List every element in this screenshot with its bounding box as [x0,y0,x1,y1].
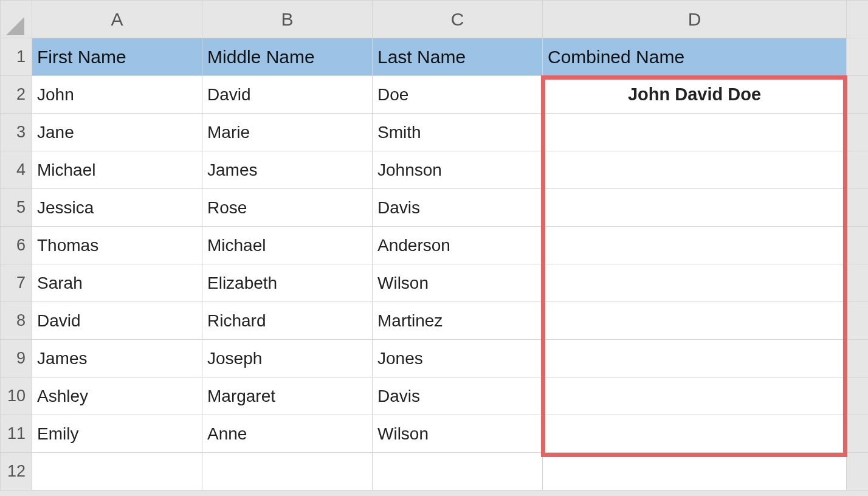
cell-extra-8 [847,302,869,340]
cell-A5[interactable]: Jessica [32,189,202,227]
cell-B2[interactable]: David [202,76,373,114]
spreadsheet[interactable]: A B C D 1 First Name Middle Name Last Na… [0,0,868,496]
cell-C4[interactable]: Johnson [373,151,543,189]
cell-D9[interactable] [543,340,847,377]
select-all-corner[interactable] [1,1,32,38]
header-row: 1 First Name Middle Name Last Name Combi… [1,38,869,76]
row-header-2[interactable]: 2 [1,76,32,114]
cell-B12[interactable] [202,453,373,491]
row-header-4[interactable]: 4 [1,151,32,189]
cell-D10[interactable] [543,377,847,415]
grid-table: A B C D 1 First Name Middle Name Last Na… [0,0,868,491]
cell-extra-2 [847,76,869,114]
table-row: 12 [1,453,869,491]
cell-A6[interactable]: Thomas [32,227,202,264]
cell-B11[interactable]: Anne [202,415,373,453]
table-row: 10 Ashley Margaret Davis [1,377,869,415]
cell-C6[interactable]: Anderson [373,227,543,264]
col-header-B[interactable]: B [202,1,373,38]
cell-extra-11 [847,415,869,453]
cell-A8[interactable]: David [32,302,202,340]
cell-B5[interactable]: Rose [202,189,373,227]
col-header-extra [847,1,869,38]
table-row: 8 David Richard Martinez [1,302,869,340]
cell-C3[interactable]: Smith [373,114,543,151]
cell-A12[interactable] [32,453,202,491]
cell-C10[interactable]: Davis [373,377,543,415]
col-header-A[interactable]: A [32,1,202,38]
table-row: 11 Emily Anne Wilson [1,415,869,453]
cell-C2[interactable]: Doe [373,76,543,114]
cell-A7[interactable]: Sarah [32,264,202,302]
cell-extra-9 [847,340,869,377]
cell-D8[interactable] [543,302,847,340]
row-header-3[interactable]: 3 [1,114,32,151]
cell-B7[interactable]: Elizabeth [202,264,373,302]
cell-B4[interactable]: James [202,151,373,189]
cell-D7[interactable] [543,264,847,302]
cell-extra-4 [847,151,869,189]
cell-D5[interactable] [543,189,847,227]
cell-C7[interactable]: Wilson [373,264,543,302]
cell-A11[interactable]: Emily [32,415,202,453]
cell-extra-12 [847,453,869,491]
cell-A3[interactable]: Jane [32,114,202,151]
cell-A10[interactable]: Ashley [32,377,202,415]
row-header-12[interactable]: 12 [1,453,32,491]
cell-D6[interactable] [543,227,847,264]
row-header-9[interactable]: 9 [1,340,32,377]
cell-D1[interactable]: Combined Name [543,38,847,76]
cell-C12[interactable] [373,453,543,491]
table-row: 9 James Joseph Jones [1,340,869,377]
cell-extra-6 [847,227,869,264]
table-row: 7 Sarah Elizabeth Wilson [1,264,869,302]
row-header-10[interactable]: 10 [1,377,32,415]
cell-extra-10 [847,377,869,415]
cell-D3[interactable] [543,114,847,151]
cell-B6[interactable]: Michael [202,227,373,264]
cell-C9[interactable]: Jones [373,340,543,377]
cell-extra-3 [847,114,869,151]
cell-A1[interactable]: First Name [32,38,202,76]
cell-A4[interactable]: Michael [32,151,202,189]
cell-C11[interactable]: Wilson [373,415,543,453]
cell-C8[interactable]: Martinez [373,302,543,340]
cell-C5[interactable]: Davis [373,189,543,227]
cell-B3[interactable]: Marie [202,114,373,151]
cell-D2[interactable]: John David Doe [543,76,847,114]
row-header-7[interactable]: 7 [1,264,32,302]
table-row: 2 John David Doe John David Doe [1,76,869,114]
cell-D4[interactable] [543,151,847,189]
col-header-D[interactable]: D [543,1,847,38]
cell-D12[interactable] [543,453,847,491]
table-row: 4 Michael James Johnson [1,151,869,189]
cell-B10[interactable]: Margaret [202,377,373,415]
cell-A9[interactable]: James [32,340,202,377]
cell-B8[interactable]: Richard [202,302,373,340]
cell-extra-5 [847,189,869,227]
cell-D11[interactable] [543,415,847,453]
row-header-5[interactable]: 5 [1,189,32,227]
table-row: 3 Jane Marie Smith [1,114,869,151]
table-row: 5 Jessica Rose Davis [1,189,869,227]
cell-extra-7 [847,264,869,302]
col-header-C[interactable]: C [373,1,543,38]
row-header-8[interactable]: 8 [1,302,32,340]
table-row: 6 Thomas Michael Anderson [1,227,869,264]
row-header-11[interactable]: 11 [1,415,32,453]
row-header-1[interactable]: 1 [1,38,32,76]
cell-C1[interactable]: Last Name [373,38,543,76]
row-header-6[interactable]: 6 [1,227,32,264]
column-header-row: A B C D [1,1,869,38]
cell-B1[interactable]: Middle Name [202,38,373,76]
cell-B9[interactable]: Joseph [202,340,373,377]
cell-extra-1 [847,38,869,76]
cell-A2[interactable]: John [32,76,202,114]
